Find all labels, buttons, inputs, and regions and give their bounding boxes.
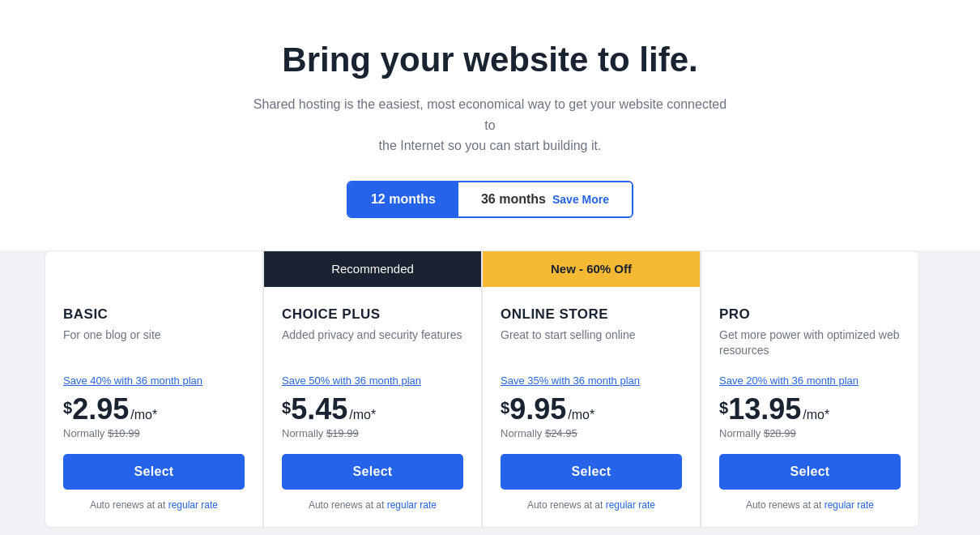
badge-new: New - 60% Off bbox=[483, 251, 700, 287]
badge-empty bbox=[701, 251, 918, 287]
toggle-36-months[interactable]: 36 months Save More bbox=[458, 182, 632, 216]
auto-renew-text: Auto renews at at regular rate bbox=[719, 499, 901, 511]
hero-title: Bring your website to life. bbox=[16, 41, 964, 79]
regular-rate-link[interactable]: regular rate bbox=[168, 499, 218, 511]
price-amount: $5.45 bbox=[282, 395, 347, 424]
plan-card-online-store: New - 60% Off ONLINE STORE Great to star… bbox=[482, 250, 701, 528]
save-link[interactable]: Save 50% with 36 month plan bbox=[282, 374, 463, 387]
plan-content: BASIC For one blog or site Save 40% with… bbox=[45, 287, 262, 527]
plan-name: BASIC bbox=[63, 306, 245, 323]
price-amount: $9.95 bbox=[501, 395, 566, 424]
auto-renew-text: Auto renews at at regular rate bbox=[63, 499, 245, 511]
normal-price: Normally $24.95 bbox=[501, 427, 682, 439]
price-unit: /mo* bbox=[130, 408, 157, 422]
hero-subtitle: Shared hosting is the easiest, most econ… bbox=[247, 94, 733, 156]
plan-card-pro: PRO Get more power with optimized web re… bbox=[701, 250, 919, 528]
regular-rate-link[interactable]: regular rate bbox=[387, 499, 437, 511]
price-amount: $13.95 bbox=[719, 395, 801, 424]
plan-name: CHOICE PLUS bbox=[282, 306, 463, 323]
normal-price: Normally $28.99 bbox=[719, 427, 901, 439]
plan-name: PRO bbox=[719, 306, 901, 323]
billing-toggle: 12 months 36 months Save More bbox=[347, 181, 633, 218]
plan-description: Added privacy and security features bbox=[282, 327, 463, 360]
select-button-basic[interactable]: Select bbox=[63, 454, 245, 490]
plan-description: Get more power with optimized web resour… bbox=[719, 327, 901, 360]
select-button-pro[interactable]: Select bbox=[719, 454, 901, 490]
plans-grid: BASIC For one blog or site Save 40% with… bbox=[45, 250, 935, 528]
plan-description: Great to start selling online bbox=[501, 327, 682, 360]
select-button-choice-plus[interactable]: Select bbox=[282, 454, 463, 490]
normal-price: Normally $19.99 bbox=[282, 427, 463, 439]
plan-content: CHOICE PLUS Added privacy and security f… bbox=[264, 287, 481, 527]
plans-section: BASIC For one blog or site Save 40% with… bbox=[0, 250, 980, 535]
save-link[interactable]: Save 40% with 36 month plan bbox=[63, 374, 245, 387]
badge-recommended: Recommended bbox=[264, 251, 481, 287]
plan-card-choice-plus: Recommended CHOICE PLUS Added privacy an… bbox=[263, 250, 482, 528]
badge-empty bbox=[45, 251, 262, 287]
price-unit: /mo* bbox=[803, 408, 829, 422]
save-link[interactable]: Save 20% with 36 month plan bbox=[719, 374, 901, 387]
price-display: $13.95 /mo* bbox=[719, 395, 901, 424]
price-display: $9.95 /mo* bbox=[501, 395, 682, 424]
price-display: $2.95 /mo* bbox=[63, 395, 245, 424]
plan-content: ONLINE STORE Great to start selling onli… bbox=[483, 287, 700, 527]
plan-content: PRO Get more power with optimized web re… bbox=[701, 287, 918, 527]
plan-name: ONLINE STORE bbox=[501, 306, 682, 323]
plan-description: For one blog or site bbox=[63, 327, 245, 360]
auto-renew-text: Auto renews at at regular rate bbox=[282, 499, 463, 511]
price-display: $5.45 /mo* bbox=[282, 395, 463, 424]
auto-renew-text: Auto renews at at regular rate bbox=[501, 499, 682, 511]
price-amount: $2.95 bbox=[63, 395, 129, 424]
regular-rate-link[interactable]: regular rate bbox=[606, 499, 655, 511]
price-unit: /mo* bbox=[568, 408, 594, 422]
regular-rate-link[interactable]: regular rate bbox=[824, 499, 874, 511]
toggle-12-months[interactable]: 12 months bbox=[348, 182, 458, 216]
hero-section: Bring your website to life. Shared hosti… bbox=[0, 0, 980, 250]
normal-price: Normally $10.99 bbox=[63, 427, 245, 439]
save-more-badge: Save More bbox=[552, 193, 609, 206]
select-button-online-store[interactable]: Select bbox=[501, 454, 682, 490]
save-link[interactable]: Save 35% with 36 month plan bbox=[501, 374, 682, 387]
plan-card-basic: BASIC For one blog or site Save 40% with… bbox=[45, 250, 263, 528]
price-unit: /mo* bbox=[349, 408, 376, 422]
